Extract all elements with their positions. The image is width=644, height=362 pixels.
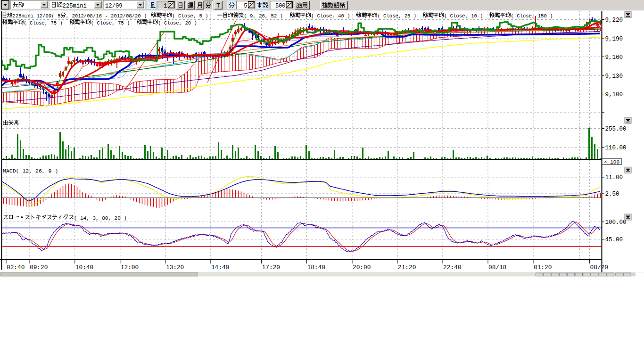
svg-text:9,190: 9,190 xyxy=(605,36,623,42)
svg-text:45.00: 45.00 xyxy=(605,237,623,243)
svg-text:( Close, 5 ): ( Close, 5 ) xyxy=(172,13,208,19)
svg-text:100.00: 100.00 xyxy=(605,219,627,226)
svg-text:( Close, 10 ): ( Close, 10 ) xyxy=(444,13,483,19)
svg-text:13:20: 13:20 xyxy=(166,264,184,271)
svg-text:MACD( 12, 26, 9 ): MACD( 12, 26, 9 ) xyxy=(3,168,58,174)
svg-text:21:20: 21:20 xyxy=(398,264,416,271)
svg-text:10:40: 10:40 xyxy=(75,264,93,271)
svg-text:110.00: 110.00 xyxy=(605,145,627,151)
svg-text:9,130: 9,130 xyxy=(605,73,623,80)
svg-text:18:40: 18:40 xyxy=(307,264,325,271)
svg-text:22:40: 22:40 xyxy=(443,264,461,271)
svg-text:9,100: 9,100 xyxy=(605,91,623,98)
svg-text:( 14, 3, 80, 20 ): ( 14, 3, 80, 20 ) xyxy=(74,215,127,221)
svg-text:( Close, 150 ): ( Close, 150 ) xyxy=(511,13,553,19)
svg-text:02:40: 02:40 xyxy=(7,264,25,271)
svg-text:, 2012/08/16 - 2012/08/20 ): , 2012/08/16 - 2012/08/20 ) xyxy=(66,13,147,19)
svg-text:( Close, 75 ): ( Close, 75 ) xyxy=(91,20,130,26)
svg-text:09:20: 09:20 xyxy=(30,264,48,271)
svg-text:20:00: 20:00 xyxy=(353,264,371,271)
svg-text:225mini: 225mini xyxy=(63,3,87,9)
svg-text:× 100: × 100 xyxy=(604,159,619,165)
svg-text:9,160: 9,160 xyxy=(605,54,623,61)
svg-text:5: 5 xyxy=(244,3,247,9)
svg-text:225mini 12/09( 5: 225mini 12/09( 5 xyxy=(13,13,61,19)
svg-text:2.50: 2.50 xyxy=(605,191,619,197)
svg-text:( Close, 40 ): ( Close, 40 ) xyxy=(311,13,350,19)
svg-text:12:00: 12:00 xyxy=(121,264,139,271)
svg-text:255.00: 255.00 xyxy=(605,126,627,132)
svg-text:12/09: 12/09 xyxy=(105,3,123,9)
svg-text:11.00: 11.00 xyxy=(605,174,623,181)
svg-text:500: 500 xyxy=(275,3,286,9)
svg-text:1: 1 xyxy=(164,3,167,9)
svg-text:( 9, 26, 52 ): ( 9, 26, 52 ) xyxy=(244,13,283,19)
svg-text:9,220: 9,220 xyxy=(605,17,623,24)
svg-text:( Close, 20 ): ( Close, 20 ) xyxy=(158,20,197,26)
svg-text:14:40: 14:40 xyxy=(211,264,229,271)
svg-text:01:20: 01:20 xyxy=(534,264,552,271)
svg-text:08/20: 08/20 xyxy=(590,264,608,271)
svg-text:T: T xyxy=(216,2,220,9)
svg-text:( Close, 75 ): ( Close, 75 ) xyxy=(24,20,63,26)
svg-text:08/18: 08/18 xyxy=(488,264,506,271)
svg-text:( Close, 25 ): ( Close, 25 ) xyxy=(377,13,416,19)
svg-text:17:20: 17:20 xyxy=(262,264,280,271)
